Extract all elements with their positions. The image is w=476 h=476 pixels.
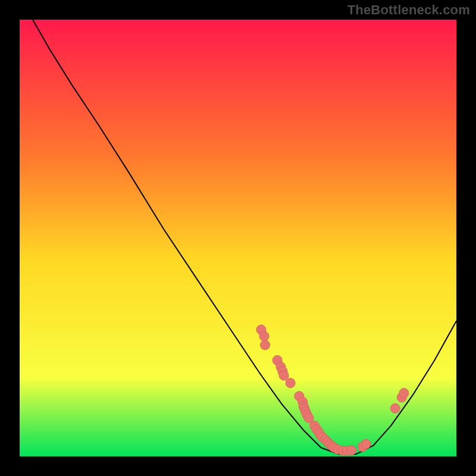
data-point (399, 389, 409, 398)
data-point (390, 403, 400, 413)
chart-frame: TheBottleneck.com (0, 0, 476, 476)
plot-background (20, 20, 456, 456)
data-point (347, 446, 356, 455)
data-point (261, 340, 270, 350)
data-point (304, 413, 314, 422)
data-point (361, 439, 371, 449)
bottleneck-chart (0, 0, 476, 476)
data-point (279, 371, 289, 380)
data-point (259, 331, 269, 341)
data-point (286, 378, 295, 388)
